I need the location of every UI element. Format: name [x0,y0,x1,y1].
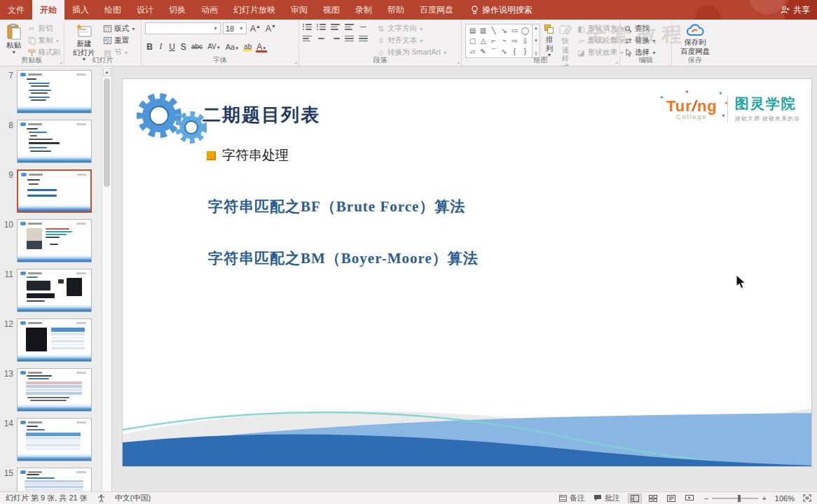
notes-toggle[interactable]: 备注 [559,493,585,503]
replace-button[interactable]: ⇄ 替换▼ [624,36,657,46]
shape-arrow-right-icon[interactable]: ⇨ [509,36,520,46]
tab-file[interactable]: 文件 [0,0,32,20]
tab-baidu-netdisk[interactable]: 百度网盘 [412,0,461,20]
text-direction-button[interactable]: ⇅ 文字方向▼ [376,24,448,34]
change-case-button[interactable]: Aa▼ [224,43,240,51]
line-spacing-icon[interactable] [359,24,368,30]
font-dialog-launcher[interactable]: ⌟ [294,59,297,64]
share-button[interactable]: 共享 [781,0,810,20]
star-icon: ✦ [659,94,664,101]
shrink-font-button[interactable]: A▼ [264,24,277,34]
arrange-button[interactable]: 排列 ▼ [543,22,556,59]
slide-thumbnail-11[interactable] [17,269,92,312]
thumbnail-row-slide-12: 12 [0,318,111,362]
layout-button[interactable]: 版式▼ [103,24,136,34]
tab-insert[interactable]: 插入 [64,0,97,20]
scroll-up-button[interactable]: ▲ [103,68,111,76]
slide-number-indicator[interactable]: 幻灯片 第 9 张, 共 21 张 [6,493,88,503]
tab-draw[interactable]: 绘图 [97,0,129,20]
zoom-level[interactable]: 106% [775,494,795,503]
slide-thumbnail-13[interactable] [17,368,92,412]
align-right-icon[interactable] [331,36,340,42]
tab-home[interactable]: 开始 [32,0,64,20]
shape-line-arrow-icon[interactable]: ↘ [499,25,509,36]
normal-view-button[interactable] [629,494,641,503]
bold-button[interactable]: B [145,42,154,52]
tab-transitions[interactable]: 切换 [161,0,193,20]
shape-rounded-rectangle-icon[interactable]: ▢ [467,36,478,46]
justify-icon[interactable] [345,36,354,42]
thumbnail-scrollbar[interactable]: ▲ [102,66,111,491]
accessibility-icon[interactable] [97,494,105,503]
zoom-slider-thumb[interactable] [738,495,741,502]
slide-thumbnail-7[interactable] [17,70,92,113]
drawing-dialog-launcher[interactable]: ⌟ [615,59,618,64]
font-name-combo[interactable]: ▼ [145,22,221,34]
align-center-icon[interactable] [317,36,326,42]
font-color-button[interactable]: A▼ [255,42,268,52]
align-left-icon[interactable] [303,36,312,42]
reset-button[interactable]: 重置 [103,36,136,46]
decrease-indent-icon[interactable] [331,24,340,30]
slide-thumbnail-12[interactable] [17,318,92,362]
shape-oval-icon[interactable]: ◯ [520,25,530,36]
language-indicator[interactable]: 中文(中国) [115,493,151,503]
text-shadow-button[interactable]: S [179,42,188,52]
fit-slide-to-window-icon[interactable] [803,494,811,502]
slideshow-view-button[interactable] [683,494,696,503]
paste-button[interactable]: 粘贴 ▼ [4,22,25,55]
copy-button[interactable]: 复制▼ [27,36,61,46]
character-spacing-button[interactable]: AV▼ [206,43,222,50]
bullets-icon[interactable] [303,24,312,30]
grow-font-button[interactable]: A▲ [249,24,262,34]
shape-triangle-icon[interactable]: △ [478,36,488,46]
shape-fill-button[interactable]: ◧ 形状填充▼ [577,24,624,34]
shape-elbow-connector-icon[interactable]: ⌐ [488,36,499,46]
slide-sorter-view-button[interactable] [647,494,659,503]
highlight-color-button[interactable]: ab [242,43,253,50]
tab-slide-show[interactable]: 幻灯片放映 [226,0,283,20]
tab-record[interactable]: 录制 [348,0,380,20]
tab-review[interactable]: 审阅 [283,0,315,20]
font-size-combo[interactable]: 18▼ [223,22,247,34]
cut-button[interactable]: ✂ 剪切 [27,24,61,34]
shape-picture-icon[interactable]: ▥ [478,25,488,36]
reading-view-button[interactable] [665,494,678,503]
slide-thumbnail-14[interactable] [17,418,92,461]
clipboard-dialog-launcher[interactable]: ⌟ [60,59,62,64]
shape-outline-button[interactable]: ▱ 形状轮廓▼ [577,36,624,46]
current-slide[interactable]: 二期题目列表 ✦ ✦ ✦ ✦ ✦ Tur/ng College 图灵学院 致敬大… [123,79,811,466]
slide-thumbnail-10[interactable] [17,219,92,262]
save-to-baidu-button[interactable]: 保存到 百度网盘 [675,22,715,55]
slide-thumbnail-8[interactable] [17,120,92,163]
shapes-gallery-scrollbar[interactable]: ▲▼⊽ [533,24,540,58]
tab-animations[interactable]: 动画 [193,0,226,20]
tab-help[interactable]: 帮助 [380,0,412,20]
shape-curved-connector-icon[interactable]: ~ [499,36,509,46]
tell-me-search[interactable]: 操作说明搜索 [471,0,533,20]
underline-button[interactable]: U [167,42,177,52]
tab-design[interactable]: 设计 [129,0,161,20]
find-button[interactable]: 查找 [624,24,657,34]
shape-arrow-down-icon[interactable]: ⇩ [520,36,530,46]
slide-thumbnail-15[interactable] [17,468,92,491]
align-text-button[interactable]: ⇳ 对齐文本▼ [376,36,448,46]
thumbnail-row-slide-13: 13 [0,368,111,412]
columns-icon[interactable] [359,36,368,42]
slide-thumbnail-9-selected[interactable] [17,169,92,213]
comments-toggle[interactable]: 批注 [593,493,620,503]
shape-line-icon[interactable]: ╲ [488,25,499,36]
ribbon-group-clipboard: 粘贴 ▼ ✂ 剪切 复制▼ 格式刷 剪贴板 ⌟ [0,20,64,66]
tab-view[interactable]: 视图 [315,0,348,20]
numbering-icon[interactable] [317,24,326,30]
shape-text-box-icon[interactable]: ▤ [467,25,478,36]
paragraph-dialog-launcher[interactable]: ⌟ [457,59,460,64]
strikethrough-button[interactable]: abc [190,43,204,50]
scrollbar-thumb[interactable] [104,78,110,187]
zoom-out-button[interactable]: − [704,494,708,503]
shape-rectangle-icon[interactable]: ▭ [509,25,520,36]
italic-button[interactable]: I [156,41,165,52]
zoom-slider[interactable] [712,498,758,499]
zoom-in-button[interactable]: + [762,494,766,503]
increase-indent-icon[interactable] [345,24,354,30]
